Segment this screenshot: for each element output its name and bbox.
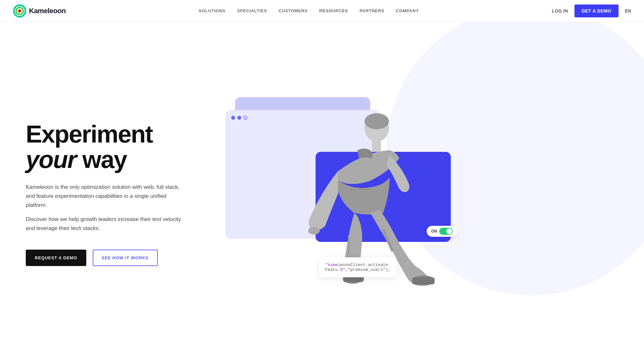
code-text-1: eleoonClient.activate (335, 262, 388, 267)
hero-title-line1: Experiment (26, 120, 153, 148)
nav-company[interactable]: COMPANY (396, 8, 419, 13)
language-selector[interactable]: EN (625, 8, 631, 14)
hero-title-rest: way (76, 146, 127, 173)
navbar-right: LOG IN GET A DEMO EN (552, 5, 631, 17)
hero-title-italic: your (26, 146, 76, 173)
dot-1 (231, 116, 235, 120)
logo-text: Kameleoon (29, 7, 66, 15)
hero-visual: AB ON "kameleoonClient.activate Featu B"… (225, 78, 618, 303)
nav-specialties[interactable]: SPECIALTIES (237, 8, 267, 13)
code-b: B (338, 267, 343, 272)
get-demo-button[interactable]: GET A DEMO (574, 5, 619, 17)
hero-title: Experiment your way (26, 121, 213, 173)
hero-description-2: Discover how we help growth leaders incr… (26, 215, 187, 233)
svg-rect-6 (372, 141, 381, 152)
see-how-it-works-button[interactable]: SEE HOW IT WORKS (93, 250, 158, 266)
navbar-logo-area: Kameleoon (13, 4, 66, 18)
hero-buttons: REQUEST A DEMO SEE HOW IT WORKS (26, 250, 213, 266)
svg-point-5 (365, 113, 389, 129)
svg-point-3 (19, 10, 20, 12)
code-snippet-card: "kameleoonClient.activate Featu B","prem… (319, 257, 397, 277)
navbar: Kameleoon SOLUTIONS SPECIALTIES CUSTOMER… (0, 0, 644, 22)
toggle-knob (446, 228, 452, 234)
toggle-switch[interactable] (439, 228, 453, 235)
hero-content: Experiment your way Kameleoon is the onl… (26, 115, 213, 266)
hero-section: Experiment your way Kameleoon is the onl… (0, 22, 644, 359)
login-button[interactable]: LOG IN (552, 8, 568, 14)
code-line-1: "kam (325, 262, 335, 267)
code-line-2-rest: ","premium_users"); (343, 267, 391, 272)
nav-partners[interactable]: PARTNERS (360, 8, 384, 13)
nav-customers[interactable]: CUSTOMERS (279, 8, 308, 13)
nav-solutions[interactable]: SOLUTIONS (199, 8, 225, 13)
nav-resources[interactable]: RESOURCES (319, 8, 348, 13)
navbar-center: SOLUTIONS SPECIALTIES CUSTOMERS RESOURCE… (199, 8, 419, 13)
logo-icon[interactable] (13, 4, 26, 18)
dot-2 (237, 116, 241, 120)
svg-point-7 (308, 227, 320, 235)
dot-3 (243, 116, 247, 120)
svg-rect-11 (412, 277, 435, 284)
request-demo-button[interactable]: REQUEST A DEMO (26, 250, 86, 266)
hero-description-1: Kameleoon is the only optimization solut… (26, 183, 187, 210)
code-line-2: Featu (325, 267, 338, 272)
